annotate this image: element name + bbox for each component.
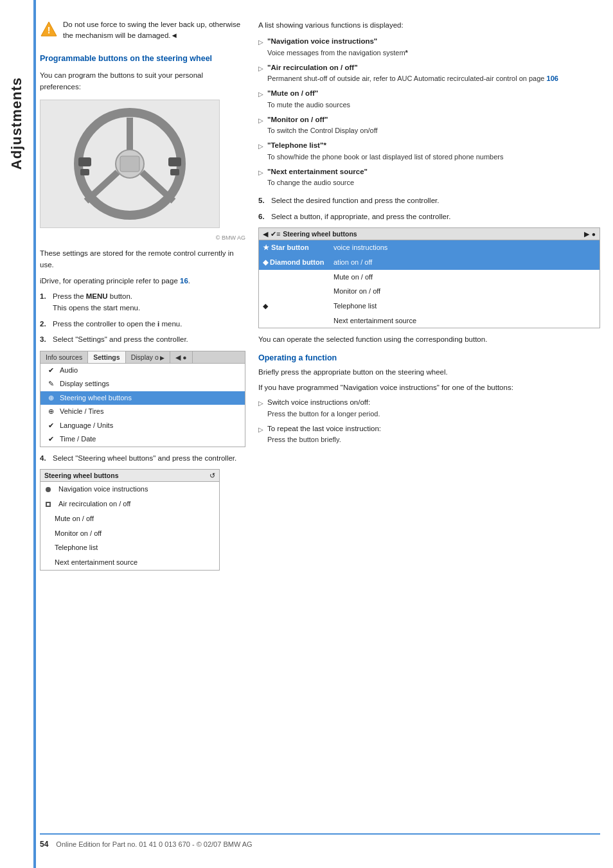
time-icon: ✔ (46, 435, 56, 444)
bullet-triangle-5: ▷ (258, 141, 263, 151)
rs-row-telephone: ◆ Telephone list (259, 299, 600, 314)
bullet-item-3: ▷ "Mute on / off" To mute the audio sour… (258, 88, 600, 111)
bullet-triangle-6: ▷ (258, 168, 263, 177)
stored-text: These settings are stored for the remote… (40, 247, 245, 271)
sw-header: Steering wheel buttons ↺ (40, 470, 219, 482)
step-6: 6. Select a button, if appropriate, and … (258, 211, 600, 222)
step-4: 4. Select "Steering wheel buttons" and p… (40, 452, 245, 464)
svg-line-6 (142, 172, 173, 201)
footer-text: Online Edition for Part no. 01 41 0 013 … (56, 840, 252, 848)
step-2: 2. Press the controller to open the i me… (40, 318, 245, 330)
step-1: 1. Press the MENU button.This opens the … (40, 290, 245, 314)
bullet-triangle-4: ▷ (258, 116, 263, 125)
step-5: 5. Select the desired function and press… (258, 195, 600, 206)
warning-text: Do not use force to swing the lever back… (63, 19, 245, 42)
op-bullet-list: ▷ Switch voice instructions on/off: Pres… (258, 397, 600, 445)
sw-dot-1 (46, 487, 51, 492)
left-column: ! Do not use force to swing the lever ba… (40, 19, 245, 820)
svg-text:!: ! (48, 25, 51, 35)
svg-rect-9 (168, 157, 181, 166)
bullet-item-5: ▷ "Telephone list"* To show/hide the pho… (258, 140, 600, 163)
menu-screenshot-1: Info sources Settings Display o ◀ ● ✔ Au… (40, 351, 245, 448)
page-number: 54 (40, 840, 48, 849)
bullet-triangle-1: ▷ (258, 37, 263, 47)
steering-wheel-svg (59, 106, 200, 222)
sw-plus-icon (46, 502, 51, 507)
menu-item-steering: ⊕ Steering wheel buttons (40, 391, 245, 405)
footer: 54 Online Edition for Part no. 01 41 0 0… (40, 833, 600, 849)
op-text-1: Briefly press the appropriate button on … (258, 366, 600, 378)
bullet-item-6: ▷ "Next entertainment source" To change … (258, 166, 600, 189)
rs-row-entertainment: Next entertainment source (259, 314, 600, 328)
bullet-list: ▷ "Navigation voice instructions" Voice … (258, 36, 600, 188)
operate-text: You can operate the selected function us… (258, 333, 600, 345)
warning-box: ! Do not use force to swing the lever ba… (40, 19, 245, 42)
display-icon: ✎ (46, 380, 56, 389)
step-3: 3. Select "Settings" and press the contr… (40, 333, 245, 345)
sidebar: Adjustments (0, 0, 33, 868)
list-intro: A list showing various functions is disp… (258, 19, 600, 31)
op-triangle-2: ▷ (258, 425, 263, 434)
sw-title: Steering wheel buttons (44, 472, 207, 479)
rs-row-mute: Mute on / off (259, 270, 600, 285)
right-screen-ui: ◀ ✔≡ Steering wheel buttons ▶ ● ★ Star b… (258, 227, 600, 328)
op-heading: Operating a function (258, 353, 600, 362)
op-text-2: If you have programmed "Navigation voice… (258, 382, 600, 393)
right-column: A list showing various functions is disp… (258, 19, 600, 820)
steering-icon: ⊕ (46, 394, 56, 403)
steering-wheel-image (40, 100, 220, 228)
menu-item-time: ✔ Time / Date (40, 432, 245, 447)
sw-row-2: Air recirculation on / off (40, 497, 219, 511)
bullet-item-1: ▷ "Navigation voice instructions" Voice … (258, 36, 600, 58)
svg-rect-10 (170, 169, 179, 175)
svg-rect-7 (78, 157, 91, 166)
tab-info-sources: Info sources (40, 351, 88, 363)
intro-text: You can program the buttons to suit your… (40, 69, 245, 93)
sw-row-1: Navigation voice instructions (40, 482, 219, 497)
svg-rect-11 (120, 156, 139, 172)
bullet-triangle-3: ▷ (258, 89, 263, 99)
tab-display: Display o (126, 351, 171, 363)
menu-item-audio: ✔ Audio (40, 364, 245, 378)
bullet-triangle-2: ▷ (258, 64, 263, 73)
op-bullet-1: ▷ Switch voice instructions on/off: Pres… (258, 397, 600, 420)
bullet-item-4: ▷ "Monitor on / off" To switch the Contr… (258, 114, 600, 137)
idrive-text: iDrive, for operating principle refer to… (40, 275, 245, 287)
sw-row-3: Mute on / off (40, 511, 219, 526)
menu-tabs: Info sources Settings Display o ◀ ● (40, 351, 245, 364)
sidebar-label: Adjustments (8, 77, 25, 170)
sw-row-5: Telephone list (40, 540, 219, 555)
section-heading: Programmable buttons on the steering whe… (40, 53, 245, 65)
vehicle-icon: ⊕ (46, 407, 56, 416)
svg-line-5 (86, 172, 118, 201)
main-content: ! Do not use force to swing the lever ba… (33, 0, 613, 868)
sw-row-4: Monitor on / off (40, 526, 219, 541)
audio-icon: ✔ (46, 366, 56, 375)
rs-row-diamond: ◆ Diamond button ation on / off (259, 255, 600, 270)
menu-item-language: ✔ Language / Units (40, 419, 245, 433)
tab-settings: Settings (88, 351, 125, 363)
menu-item-display: ✎ Display settings (40, 377, 245, 391)
sw-buttons-screenshot: Steering wheel buttons ↺ Navigation voic… (40, 469, 220, 570)
bullet-item-2: ▷ "Air recirculation on / off" Permanent… (258, 62, 600, 85)
sw-row-6: Next entertainment source (40, 555, 219, 570)
op-triangle-1: ▷ (258, 398, 263, 408)
rs-header: ◀ ✔≡ Steering wheel buttons ▶ ● (259, 228, 600, 240)
sw-icon: ↺ (209, 472, 215, 479)
tab-back: ◀ ● (170, 351, 192, 363)
img-caption: © BMW AG (40, 235, 245, 241)
menu-item-vehicle: ⊕ Vehicle / Tires (40, 405, 245, 419)
rs-row-monitor: Monitor on / off (259, 284, 600, 299)
rs-row-star: ★ Star button voice instructions (259, 240, 600, 255)
svg-rect-8 (80, 169, 89, 175)
language-icon: ✔ (46, 421, 56, 430)
warning-icon: ! (40, 21, 58, 39)
op-bullet-2: ▷ To repeat the last voice instruction: … (258, 423, 600, 446)
